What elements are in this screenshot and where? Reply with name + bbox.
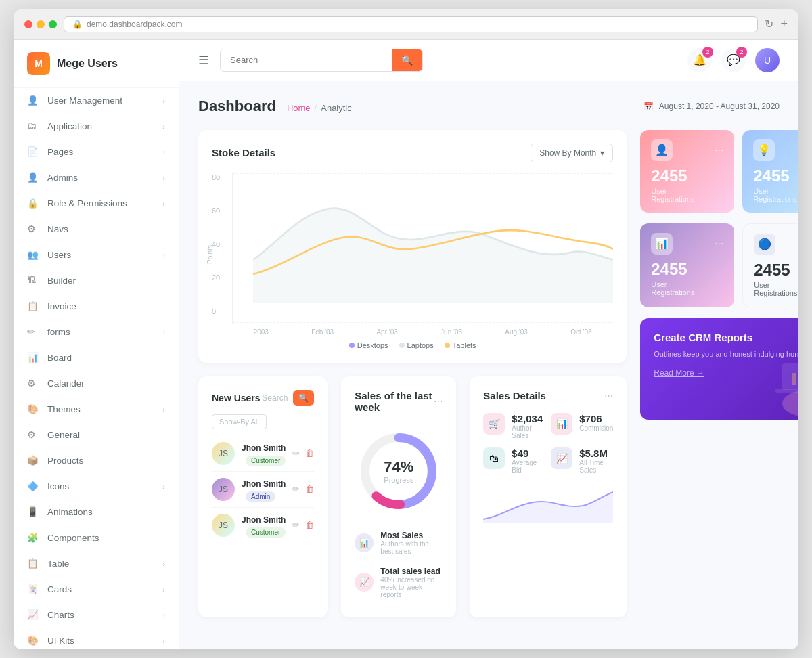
users-list: JS Jhon Smith Customer ✏ 🗑 (212, 436, 314, 543)
sidebar-item-components[interactable]: 🧩Components (14, 525, 179, 551)
tablets-legend-dot (445, 343, 450, 348)
sidebar-item-themes[interactable]: 🎨Themes › (14, 397, 179, 422)
edit-user-button[interactable]: ✏ (292, 520, 300, 530)
search-input[interactable] (221, 49, 392, 70)
notification-bell-button[interactable]: 🔔 2 (687, 48, 712, 72)
sidebar-item-admins[interactable]: 👤Admins › (14, 165, 179, 191)
application-icon: 🗂 (27, 120, 39, 133)
edit-user-button[interactable]: ✏ (292, 448, 300, 458)
author-sales-label: Author Sales (512, 424, 543, 439)
user-role-badge: Customer (246, 527, 286, 538)
sidebar-item-user-management[interactable]: 👤User Management › (14, 88, 179, 114)
avatar-image: U (755, 48, 780, 72)
sidebar-item-cards[interactable]: 🃏Cards › (14, 577, 179, 602)
date-range: 📅 August 1, 2020 - August 31, 2020 (644, 102, 780, 111)
sidebar-item-invoice[interactable]: 📋Invoice (14, 294, 179, 320)
crm-read-more-link[interactable]: Read More → (654, 368, 704, 378)
avg-bid-amount: $49 (512, 447, 543, 459)
chevron-down-icon: ▾ (600, 148, 604, 158)
close-dot[interactable] (24, 20, 32, 28)
stat-number: 2455 (754, 261, 798, 280)
show-by-month-button[interactable]: Show By Month ▾ (531, 144, 613, 162)
calendar-icon: 📅 (644, 102, 654, 111)
stat-blue-icon: 🔵 (754, 234, 775, 255)
logo-icon: M (27, 52, 50, 75)
notification-badge: 2 (702, 47, 713, 58)
sidebar-item-general[interactable]: ⚙General (14, 422, 179, 448)
nav-label: Animations (47, 507, 93, 517)
detail-info: $49 Average Bid (512, 447, 543, 474)
total-sales-icon: 📈 (355, 573, 374, 592)
show-by-label: Show By Month (539, 148, 596, 158)
sidebar-item-products[interactable]: 📦Products (14, 448, 179, 474)
new-tab-button[interactable]: + (780, 17, 788, 31)
sidebar-item-forms[interactable]: ✏forms › (14, 320, 179, 345)
sidebar-item-charts[interactable]: 📈Charts › (14, 602, 179, 628)
nav-label: forms (47, 327, 70, 337)
chart-y-labels: 80 60 40 20 0 (212, 173, 229, 315)
sales-item: 📈 Total sales lead 40% increased on week… (355, 561, 443, 604)
sidebar-item-board[interactable]: 📊Board (14, 345, 179, 371)
delete-user-button[interactable]: 🗑 (305, 484, 314, 494)
sidebar-item-table[interactable]: 📋Table › (14, 551, 179, 577)
author-sales-icon: 🛒 (483, 413, 505, 435)
breadcrumb-home[interactable]: Home (287, 103, 311, 113)
user-avatar[interactable]: U (755, 48, 780, 72)
author-sales-amount: $2,034 (512, 413, 543, 424)
avatar: JS (212, 514, 235, 537)
message-button[interactable]: 💬 2 (721, 48, 746, 72)
sidebar-item-pages[interactable]: 📄Pages › (14, 139, 179, 165)
sales-item: 📊 Most Sales Authors with the best sales (355, 525, 443, 561)
url-bar[interactable]: 🔒 demo.dashboardpack.com (64, 16, 758, 32)
sales-detail-item: 📈 $5.8M All Time Sales (551, 447, 613, 474)
reload-icon[interactable]: ↻ (765, 18, 773, 30)
search-mini-button[interactable]: 🔍 (293, 390, 314, 406)
show-all-button[interactable]: Show-By All (212, 414, 267, 429)
chart-card-header: Stoke Details Show By Month ▾ (212, 144, 613, 162)
maximize-dot[interactable] (49, 20, 57, 28)
nav-label: Board (47, 353, 72, 363)
user-role-badge: Customer (246, 456, 286, 466)
sidebar-item-icons[interactable]: 🔷Icons › (14, 474, 179, 500)
sales-details-dots[interactable]: ··· (604, 390, 613, 402)
sidebar-item-uikits[interactable]: 🎨UI Kits › (14, 628, 179, 649)
user-row: JS Jhon Smith Admin ✏ 🗑 (212, 472, 314, 508)
minimize-dot[interactable] (37, 20, 45, 28)
sidebar-item-animations[interactable]: 📱Animations (14, 500, 179, 525)
header: ☰ 🔍 🔔 2 💬 2 U (179, 40, 798, 81)
delete-user-button[interactable]: 🗑 (305, 448, 314, 458)
sidebar-item-users[interactable]: 👥Users › (14, 242, 179, 268)
sidebar-item-builder[interactable]: 🏗Builder (14, 268, 179, 294)
search-button[interactable]: 🔍 (392, 49, 422, 71)
menu-icon[interactable]: ☰ (198, 53, 209, 68)
mini-chart-svg (483, 482, 613, 523)
navs-icon: ⚙ (27, 223, 39, 236)
sidebar-item-roles[interactable]: 🔒Role & Permissions › (14, 191, 179, 217)
nav-label: Users (47, 250, 71, 260)
sales-week-dots[interactable]: ··· (434, 395, 443, 408)
crm-desc: Outlines keep you and honest indulging h… (654, 349, 798, 360)
animations-icon: 📱 (27, 506, 39, 519)
nav-label: General (47, 430, 80, 440)
main-content: ☰ 🔍 🔔 2 💬 2 U (179, 40, 798, 649)
icons-icon: 🔷 (27, 481, 39, 493)
delete-user-button[interactable]: 🗑 (305, 520, 314, 530)
sidebar-item-calander[interactable]: ⚙Calander (14, 371, 179, 397)
sales-items: 📊 Most Sales Authors with the best sales… (355, 525, 443, 604)
new-users-header: New Users Search 🔍 (212, 390, 314, 406)
themes-icon: 🎨 (27, 403, 39, 416)
stat-dots[interactable]: ··· (715, 238, 723, 250)
sidebar-item-application[interactable]: 🗂Application › (14, 114, 179, 139)
users-icon: 👥 (27, 249, 39, 261)
stat-dots[interactable]: ··· (715, 144, 723, 156)
chevron-icon: › (162, 148, 165, 156)
sidebar-item-navs[interactable]: ⚙Navs (14, 217, 179, 242)
chart-area: Points 80 60 40 20 0 (212, 173, 613, 336)
detail-info: $5.8M All Time Sales (579, 447, 613, 474)
edit-user-button[interactable]: ✏ (292, 484, 300, 494)
progress-label: Progress (384, 476, 413, 484)
stat-card-gray: 🔵 ··· 2455 UserRegistrations (742, 223, 798, 307)
invoice-icon: 📋 (27, 301, 39, 313)
search-mini: Search 🔍 (262, 390, 314, 406)
chevron-icon: › (162, 251, 165, 259)
